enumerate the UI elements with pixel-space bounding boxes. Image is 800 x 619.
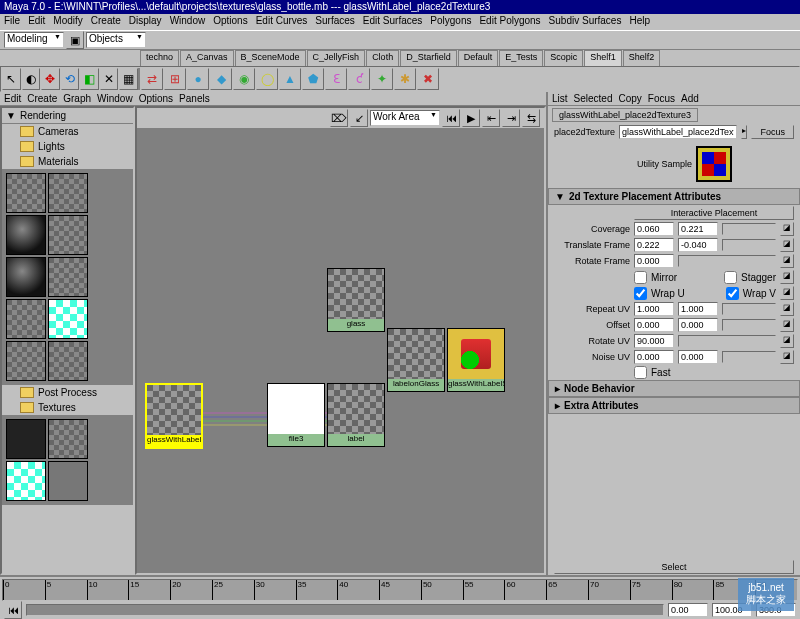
graph-both-icon[interactable]: ⇆ [522, 109, 540, 127]
repeat-u-field[interactable] [634, 302, 674, 316]
range-start-icon[interactable]: ⏮ [4, 601, 22, 619]
tree-item-postprocess[interactable]: Post Process [2, 385, 133, 400]
tree-item-materials[interactable]: Materials [2, 154, 133, 169]
graph-output-icon[interactable]: ⇥ [502, 109, 520, 127]
shelf-icon[interactable]: ◉ [233, 68, 255, 90]
node-name-field[interactable] [619, 125, 737, 139]
material-swatch[interactable] [48, 299, 88, 339]
menu-edit-curves[interactable]: Edit Curves [256, 15, 308, 29]
slider[interactable] [722, 223, 776, 235]
shelf-tab-cloth[interactable]: Cloth [366, 50, 399, 66]
ae-tab[interactable]: glassWithLabel_place2dTexture3 [552, 108, 698, 122]
map-icon[interactable]: ◪ [780, 302, 794, 316]
map-icon[interactable]: ◪ [780, 270, 794, 284]
hs-menu-window[interactable]: Window [97, 93, 133, 104]
shelf-tab-d_starfield[interactable]: D_Starfield [400, 50, 457, 66]
menu-create[interactable]: Create [91, 15, 121, 29]
section-behavior[interactable]: ▸ Node Behavior [548, 380, 800, 397]
menu-edit-polygons[interactable]: Edit Polygons [479, 15, 540, 29]
shelf-icon[interactable]: ◯ [256, 68, 278, 90]
graph-node-labelonGlass[interactable]: labelonGlass [387, 328, 445, 392]
offset-v-field[interactable] [678, 318, 718, 332]
shelf-tab-a_canvas[interactable]: A_Canvas [180, 50, 234, 66]
shelf-tab-e_tests[interactable]: E_Tests [499, 50, 543, 66]
hs-menu-edit[interactable]: Edit [4, 93, 21, 104]
shelf-icon[interactable]: ⇄ [141, 68, 163, 90]
menu-edit-surfaces[interactable]: Edit Surfaces [363, 15, 422, 29]
material-swatch[interactable] [48, 257, 88, 297]
material-swatch[interactable] [6, 341, 46, 381]
texture-swatch[interactable] [48, 419, 88, 459]
hs-menu-options[interactable]: Options [139, 93, 173, 104]
material-swatch[interactable] [6, 299, 46, 339]
slider[interactable] [722, 319, 776, 331]
shelf-tab-scopic[interactable]: Scopic [544, 50, 583, 66]
shelf-icon[interactable]: ✖ [417, 68, 439, 90]
range-slider[interactable]: ⏮ [0, 601, 800, 619]
coverage-v-field[interactable] [678, 222, 718, 236]
map-icon[interactable]: ◪ [780, 238, 794, 252]
map-icon[interactable]: ◪ [780, 254, 794, 268]
menu-window[interactable]: Window [170, 15, 206, 29]
rotate-frame-field[interactable] [634, 254, 674, 268]
shelf-tab-b_scenemode[interactable]: B_SceneMode [235, 50, 306, 66]
ae-menu-copy[interactable]: Copy [618, 93, 641, 104]
map-icon[interactable]: ◪ [780, 334, 794, 348]
graph-input-icon[interactable]: ⇤ [482, 109, 500, 127]
presets-icon[interactable]: ▸ [741, 125, 747, 139]
stagger-checkbox[interactable] [724, 271, 737, 284]
shelf-icon[interactable]: ⊞ [164, 68, 186, 90]
mirror-checkbox[interactable] [634, 271, 647, 284]
graph-node-label[interactable]: label [327, 383, 385, 447]
ae-menu-focus[interactable]: Focus [648, 93, 675, 104]
map-icon[interactable]: ◪ [780, 286, 794, 300]
play-icon[interactable]: ▶ [462, 109, 480, 127]
menu-edit[interactable]: Edit [28, 15, 45, 29]
shelf-icon[interactable]: ⬟ [302, 68, 324, 90]
slider[interactable] [678, 335, 776, 347]
wrapv-checkbox[interactable] [726, 287, 739, 300]
menu-polygons[interactable]: Polygons [430, 15, 471, 29]
offset-u-field[interactable] [634, 318, 674, 332]
tree-item-lights[interactable]: Lights [2, 139, 133, 154]
ae-menu-list[interactable]: List [552, 93, 568, 104]
select-tool-icon[interactable]: ↖ [2, 68, 21, 90]
menu-display[interactable]: Display [129, 15, 162, 29]
graph-node-glassWithLabel_p[interactable]: glassWithLabel_p [145, 383, 203, 449]
range-bar[interactable] [26, 604, 664, 616]
shelf-tab-shelf1[interactable]: Shelf1 [584, 50, 622, 66]
hs-menu-panels[interactable]: Panels [179, 93, 210, 104]
fast-checkbox[interactable] [634, 366, 647, 379]
noise-v-field[interactable] [678, 350, 718, 364]
move-tool-icon[interactable]: ✥ [41, 68, 60, 90]
graph-in-icon[interactable]: ↙ [350, 109, 368, 127]
shelf-tab-c_jellyfish[interactable]: C_JellyFish [307, 50, 366, 66]
graph-node-glass[interactable]: glass [327, 268, 385, 332]
slider[interactable] [722, 351, 776, 363]
material-swatch[interactable] [6, 215, 46, 255]
interactive-placement-button[interactable]: Interactive Placement [634, 206, 794, 220]
menu-file[interactable]: File [4, 15, 20, 29]
render-tool-icon[interactable]: ▦ [119, 68, 138, 90]
time-slider[interactable]: 05101520253035404550556065707580859095 [0, 575, 800, 601]
shelf-icon[interactable]: ƈ [348, 68, 370, 90]
rewind-icon[interactable]: ⏮ [442, 109, 460, 127]
slider[interactable] [678, 255, 776, 267]
shelf-tab-techno[interactable]: techno [140, 50, 179, 66]
tree-header[interactable]: ▼ Rendering [2, 108, 133, 124]
scale-tool-icon[interactable]: ◧ [80, 68, 99, 90]
map-icon[interactable]: ◪ [780, 318, 794, 332]
material-swatch[interactable] [48, 341, 88, 381]
translate-v-field[interactable] [678, 238, 718, 252]
menu-surfaces[interactable]: Surfaces [315, 15, 354, 29]
menu-modify[interactable]: Modify [53, 15, 82, 29]
shelf-icon[interactable]: ▲ [279, 68, 301, 90]
rotate-uv-field[interactable] [634, 334, 674, 348]
shelf-tab-shelf2[interactable]: Shelf2 [623, 50, 661, 66]
texture-swatch[interactable] [6, 461, 46, 501]
lasso-tool-icon[interactable]: ◐ [22, 68, 41, 90]
noise-u-field[interactable] [634, 350, 674, 364]
hypershade-tree[interactable]: ▼ Rendering Cameras Lights Materials [0, 106, 135, 575]
shelf-icon[interactable]: Ɛ [325, 68, 347, 90]
tree-item-textures[interactable]: Textures [2, 400, 133, 415]
